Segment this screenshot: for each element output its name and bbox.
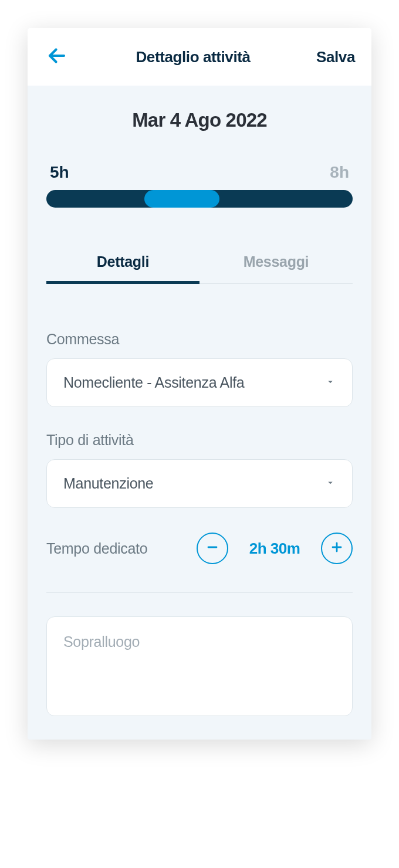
app-screen: Dettaglio attività Salva Mar 4 Ago 2022 … [28,28,371,740]
tempo-controls: 2h 30m [197,533,353,564]
details-panel: Commessa Nomecliente - Assitenza Alfa Ti… [28,307,371,740]
commessa-label: Commessa [46,331,353,348]
hours-worked-label: 5h [50,163,69,182]
tipo-field-group: Tipo di attività Manutenzione [46,432,353,508]
date-section: Mar 4 Ago 2022 5h 8h Dettagli Messaggi [28,86,371,307]
tabs: Dettagli Messaggi [46,244,353,284]
save-button[interactable]: Salva [316,48,355,66]
commessa-field-group: Commessa Nomecliente - Assitenza Alfa [46,331,353,407]
hours-labels: 5h 8h [46,163,353,182]
increment-button[interactable] [321,533,353,564]
divider [46,592,353,593]
tempo-label: Tempo dedicato [46,540,197,557]
back-button[interactable] [44,44,70,70]
plus-icon [330,540,344,557]
tab-messages[interactable]: Messaggi [200,244,353,283]
app-header: Dettaglio attività Salva [28,28,371,86]
tipo-label: Tipo di attività [46,432,353,449]
date-heading: Mar 4 Ago 2022 [46,109,353,131]
hours-total-label: 8h [330,163,349,182]
commessa-value: Nomecliente - Assitenza Alfa [63,374,244,391]
decrement-button[interactable] [197,533,228,564]
page-title: Dettaglio attività [136,48,250,66]
notes-placeholder: Sopralluogo [63,633,140,650]
minus-icon [205,540,219,557]
hours-slider[interactable] [46,190,353,208]
tipo-select[interactable]: Manutenzione [46,459,353,508]
commessa-select[interactable]: Nomecliente - Assitenza Alfa [46,358,353,407]
caret-down-icon [325,377,336,389]
tab-details[interactable]: Dettagli [46,244,200,284]
tempo-value: 2h 30m [242,540,307,558]
caret-down-icon [325,477,336,490]
slider-thumb[interactable] [144,190,219,208]
tempo-row: Tempo dedicato 2h 30m [46,533,353,564]
tipo-value: Manutenzione [63,475,153,492]
notes-input[interactable]: Sopralluogo [46,616,353,716]
arrow-left-icon [46,45,67,69]
